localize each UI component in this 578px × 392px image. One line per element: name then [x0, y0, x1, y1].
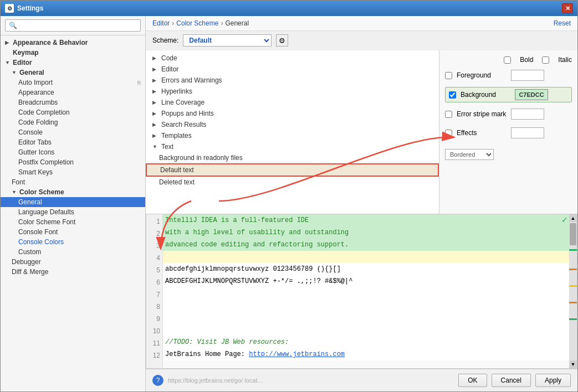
scroll-up-button[interactable]: ▲	[569, 214, 577, 222]
help-button[interactable]: ?	[152, 375, 163, 386]
tree-item-hyperlinks[interactable]: ▶ Hyperlinks	[146, 86, 439, 97]
sidebar-item-font[interactable]: Font	[1, 177, 145, 187]
sidebar-item-debugger[interactable]: Debugger	[1, 257, 145, 267]
copy-icon: ⎘	[137, 80, 141, 86]
effects-label: Effects	[457, 129, 507, 137]
code-text: //TODO: Visit JB Web resources:	[165, 338, 289, 346]
sidebar-item-editor-tabs[interactable]: Editor Tabs	[1, 137, 145, 147]
search-input[interactable]	[5, 19, 141, 32]
sidebar-item-console[interactable]: Console	[1, 127, 145, 137]
background-checkbox[interactable]	[449, 91, 456, 99]
italic-checkbox[interactable]	[542, 56, 549, 64]
tree-item-label: Editor	[161, 65, 178, 73]
sidebar-item-diff-merge[interactable]: Diff & Merge	[1, 267, 145, 277]
effects-checkbox[interactable]	[445, 130, 452, 137]
sidebar-item-color-scheme-font[interactable]: Color Scheme Font	[1, 217, 145, 227]
breadcrumb-sep1: ›	[172, 19, 174, 27]
effects-color-box[interactable]	[511, 127, 544, 138]
properties-panel: Bold Italic Foreground Background	[439, 50, 577, 214]
sidebar-item-label: Appearance	[18, 89, 54, 96]
sidebar-item-general-cs[interactable]: General	[1, 197, 145, 207]
sidebar-item-console-colors[interactable]: Console Colors	[1, 237, 145, 247]
foreground-label: Foreground	[457, 71, 507, 79]
sidebar-item-code-completion[interactable]: Code Completion	[1, 107, 145, 117]
sidebar-item-label: Console Colors	[18, 238, 64, 246]
line-num: 6	[146, 276, 160, 288]
line-num: 4	[146, 252, 160, 264]
error-stripe-checkbox[interactable]	[445, 111, 452, 118]
tree-item-templates[interactable]: ▶ Templates	[146, 130, 439, 141]
tree-item-errors-warnings[interactable]: ▶ Errors and Warnings	[146, 75, 439, 86]
reset-button[interactable]: Reset	[554, 19, 571, 27]
code-line-8	[163, 300, 569, 312]
scroll-marker-orange2	[569, 302, 577, 303]
expand-icon: ▶	[152, 100, 159, 105]
sidebar-item-appearance[interactable]: Appearance	[1, 87, 145, 97]
tree-item-code[interactable]: ▶ Code	[146, 53, 439, 64]
sidebar-item-general[interactable]: ▼ General	[1, 68, 145, 78]
window-title: Settings	[17, 4, 559, 12]
sidebar-item-language-defaults[interactable]: Language Defaults	[1, 207, 145, 217]
italic-label: Italic	[558, 56, 572, 64]
scroll-down-button[interactable]: ▼	[569, 360, 577, 368]
sidebar-item-label: Custom	[18, 248, 41, 256]
sidebar-item-postfix-completion[interactable]: Postfix Completion	[1, 157, 145, 167]
sidebar-item-code-folding[interactable]: Code Folding	[1, 117, 145, 127]
tree-item-bg-readonly[interactable]: Background in readonly files	[146, 152, 439, 163]
line-num: 9	[146, 313, 160, 325]
scheme-select[interactable]: Default Darcula High Contrast IntelliJ	[183, 34, 272, 47]
sidebar-item-label: Keymap	[13, 49, 39, 56]
tree-item-label: Code	[161, 54, 177, 62]
sidebar-item-label: Code Folding	[18, 118, 58, 126]
sidebar-item-gutter-icons[interactable]: Gutter Icons	[1, 147, 145, 157]
sidebar-item-editor[interactable]: ▼ Editor	[1, 58, 145, 68]
code-line-2: with a high level of usability and outst…	[163, 226, 569, 239]
error-stripe-color-box[interactable]	[511, 109, 544, 120]
cancel-button[interactable]: Cancel	[492, 374, 531, 387]
bold-checkbox[interactable]	[504, 56, 511, 64]
sidebar-item-breadcrumbs[interactable]: Breadcrumbs	[1, 97, 145, 107]
sidebar-item-label: Code Completion	[18, 109, 70, 116]
breadcrumb: Editor › Color Scheme › General	[152, 19, 249, 27]
sidebar-item-auto-import[interactable]: Auto Import ⎘	[1, 78, 145, 87]
foreground-checkbox[interactable]	[445, 72, 452, 79]
sidebar-item-label: General	[19, 69, 44, 76]
ok-button[interactable]: OK	[458, 374, 487, 387]
sidebar-item-label: Debugger	[12, 258, 41, 266]
sidebar-item-label: Auto Import	[18, 79, 53, 86]
code-text: with a high level of usability and outst…	[165, 229, 349, 236]
scroll-thumb[interactable]	[570, 223, 576, 245]
sidebar-item-appearance-behavior[interactable]: ▶ Appearance & Behavior	[1, 38, 145, 48]
code-text: IntelliJ IDEA is a full-featured IDE	[165, 216, 309, 224]
sidebar-item-color-scheme[interactable]: ▼ Color Scheme	[1, 187, 145, 197]
tree-item-line-coverage[interactable]: ▶ Line Coverage	[146, 97, 439, 108]
foreground-color-box[interactable]	[511, 70, 544, 81]
sidebar-item-label: Font	[12, 178, 25, 186]
tree-item-default-text[interactable]: Default text	[146, 163, 439, 177]
background-color-box[interactable]: C7EDCC	[515, 89, 548, 100]
tree-item-label: Deleted text	[159, 178, 195, 186]
tree-item-text[interactable]: ▼ Text	[146, 141, 439, 152]
tree-item-search-results[interactable]: ▶ Search Results	[146, 119, 439, 130]
apply-button[interactable]: Apply	[535, 374, 571, 387]
expand-arrow: ▶	[5, 40, 11, 45]
sidebar-item-console-font[interactable]: Console Font	[1, 227, 145, 237]
tree-item-popups-hints[interactable]: ▶ Popups and Hints	[146, 108, 439, 119]
sidebar-item-smart-keys[interactable]: Smart Keys	[1, 167, 145, 177]
main-panel: Editor › Color Scheme › General Reset Sc…	[146, 16, 577, 391]
vertical-scrollbar[interactable]: ▲ ▼	[569, 214, 577, 368]
line-num: 2	[146, 228, 160, 240]
code-line-11: //TODO: Visit JB Web resources:	[163, 336, 569, 348]
sidebar-item-label: Gutter Icons	[18, 148, 54, 156]
effects-type-select[interactable]: Bordered	[445, 149, 494, 160]
tree-item-editor[interactable]: ▶ Editor	[146, 64, 439, 75]
tree-item-label: Hyperlinks	[161, 87, 192, 95]
scheme-settings-button[interactable]: ⚙	[276, 34, 288, 47]
effects-type-row: Bordered	[445, 149, 572, 160]
sidebar-item-label: Breadcrumbs	[18, 99, 58, 106]
sidebar-item-keymap[interactable]: Keymap	[1, 48, 145, 58]
line-num: 7	[146, 288, 160, 301]
tree-item-deleted-text[interactable]: Deleted text	[146, 177, 439, 188]
sidebar-item-custom[interactable]: Custom	[1, 247, 145, 257]
close-button[interactable]: ✕	[562, 3, 573, 13]
